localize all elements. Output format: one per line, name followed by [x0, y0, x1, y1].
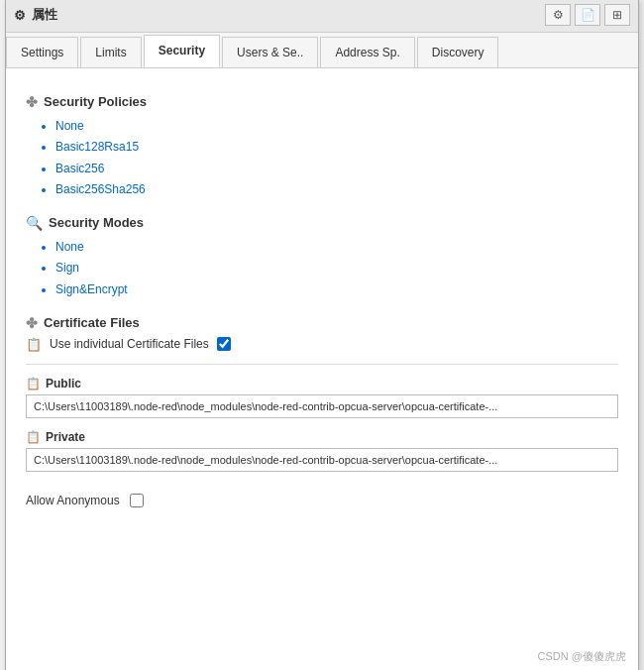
security-policies-header: ✤ Security Policies	[26, 94, 618, 110]
list-item: Basic256Sha256	[55, 179, 618, 201]
use-individual-checkbox[interactable]	[217, 337, 231, 351]
security-policies-label: Security Policies	[44, 94, 147, 109]
security-modes-icon: 🔍	[26, 215, 43, 231]
tab-bar: Settings Limits Security Users & Se.. Ad…	[6, 33, 638, 68]
main-window: ⚙ 属性 ⚙ 📄 ⊞ Settings Limits Security User…	[5, 0, 639, 670]
list-item: Basic128Rsa15	[55, 137, 618, 159]
use-individual-label: Use individual Certificate Files	[50, 337, 209, 351]
tab-settings[interactable]: Settings	[6, 37, 78, 67]
allow-anonymous-row: Allow Anonymous	[26, 494, 618, 507]
list-item: Sign&Encrypt	[55, 279, 618, 301]
tab-discovery[interactable]: Discovery	[417, 37, 499, 67]
tab-content: ✤ Security Policies None Basic128Rsa15 B…	[6, 68, 638, 643]
list-item: None	[55, 237, 618, 259]
list-item: None	[55, 116, 618, 138]
public-input[interactable]	[26, 394, 618, 418]
cert-icon: 📋	[26, 337, 42, 352]
gear-icon: ⚙	[14, 8, 26, 23]
security-modes-list: None Sign Sign&Encrypt	[55, 237, 618, 301]
grid-button[interactable]: ⊞	[604, 4, 630, 26]
list-item: Sign	[55, 258, 618, 279]
security-policies-icon: ✤	[26, 94, 38, 110]
title-bar-left: ⚙ 属性	[14, 6, 57, 24]
doc-button[interactable]: 📄	[575, 4, 600, 26]
divider-1	[26, 364, 618, 365]
list-item: Basic256	[55, 159, 618, 180]
certificate-files-label: Certificate Files	[44, 315, 140, 330]
use-individual-row: 📋 Use individual Certificate Files	[26, 337, 618, 352]
tab-limits[interactable]: Limits	[80, 37, 141, 67]
allow-anonymous-checkbox[interactable]	[130, 494, 144, 507]
certificate-files-icon: ✤	[26, 315, 38, 331]
public-icon: 📋	[26, 377, 41, 391]
certificate-files-header: ✤ Certificate Files	[26, 315, 618, 331]
private-label: 📋 Private	[26, 430, 618, 444]
tab-security[interactable]: Security	[144, 35, 220, 67]
window-title: 属性	[32, 6, 57, 24]
security-policies-list: None Basic128Rsa15 Basic256 Basic256Sha2…	[55, 116, 618, 201]
security-modes-label: Security Modes	[49, 215, 144, 230]
watermark: CSDN @傻傻虎虎	[6, 643, 638, 671]
title-bar-right: ⚙ 📄 ⊞	[545, 4, 630, 26]
gear-button[interactable]: ⚙	[545, 4, 571, 26]
public-label: 📋 Public	[26, 377, 618, 391]
tab-address[interactable]: Address Sp.	[320, 37, 414, 67]
private-icon: 📋	[26, 430, 41, 444]
tab-users[interactable]: Users & Se..	[222, 37, 318, 67]
allow-anonymous-label: Allow Anonymous	[26, 494, 120, 507]
security-modes-header: 🔍 Security Modes	[26, 215, 618, 231]
title-bar: ⚙ 属性 ⚙ 📄 ⊞	[6, 0, 638, 33]
private-input[interactable]	[26, 448, 618, 472]
